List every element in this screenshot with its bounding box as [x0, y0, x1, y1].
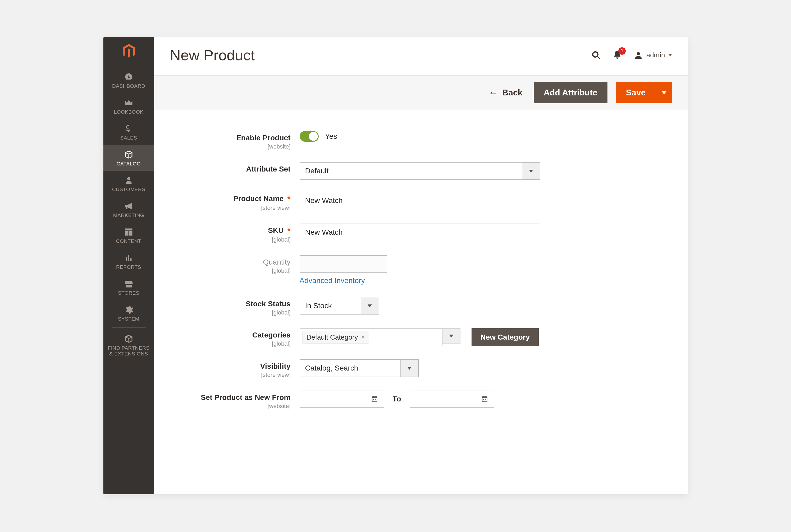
- field-label: Stock Status: [154, 300, 291, 308]
- sidebar-item-stores[interactable]: STORES: [104, 274, 154, 300]
- attribute-set-select[interactable]: Default: [300, 162, 540, 180]
- arrow-left-icon: ←: [489, 88, 498, 97]
- field-scope: [global]: [154, 267, 291, 274]
- chevron-down-icon: [400, 360, 418, 377]
- select-value: In Stock: [300, 297, 361, 314]
- save-button-group: Save: [616, 82, 672, 103]
- field-scope: [store view]: [154, 372, 291, 378]
- field-scope: [website]: [154, 403, 291, 410]
- user-menu-button[interactable]: admin: [633, 51, 672, 60]
- calendar-icon: [481, 395, 489, 403]
- sku-input[interactable]: [300, 224, 540, 241]
- sidebar-label: MARKETING: [113, 212, 144, 218]
- page-title: New Product: [170, 46, 255, 64]
- sidebar-label: REPORTS: [116, 264, 141, 270]
- notifications-button[interactable]: 1: [612, 50, 622, 60]
- sidebar-item-reports[interactable]: REPORTS: [104, 248, 154, 274]
- categories-multiselect[interactable]: Default Category ×: [300, 328, 442, 346]
- field-label: Quantity: [154, 258, 291, 266]
- field-label: Set Product as New From: [154, 393, 291, 402]
- sidebar-item-lookbook[interactable]: LOOKBOOK: [104, 93, 154, 119]
- back-button[interactable]: ← Back: [486, 84, 525, 101]
- sidebar-item-sales[interactable]: SALES: [104, 119, 154, 145]
- save-dropdown-toggle[interactable]: [656, 82, 672, 103]
- chevron-down-icon: [361, 297, 379, 314]
- new-category-button[interactable]: New Category: [472, 328, 539, 346]
- category-tag-label: Default Category: [307, 333, 358, 341]
- chevron-down-icon: [661, 91, 667, 94]
- field-label: Attribute Set: [154, 165, 291, 173]
- field-label: SKU: [268, 226, 283, 234]
- select-value: Catalog, Search: [300, 360, 400, 377]
- puzzle-icon: [124, 334, 133, 344]
- sidebar-item-customers[interactable]: CUSTOMERS: [104, 171, 154, 197]
- back-label: Back: [502, 88, 522, 97]
- field-scope: [global]: [154, 309, 291, 316]
- search-icon[interactable]: [591, 51, 601, 60]
- sidebar-label: LOOKBOOK: [114, 109, 144, 115]
- main-panel: New Product 1 admin ← Back Add Att: [154, 37, 688, 494]
- sidebar-item-catalog[interactable]: CATALOG: [104, 145, 154, 171]
- save-button[interactable]: Save: [616, 82, 656, 103]
- toggle-value-label: Yes: [325, 132, 337, 140]
- sidebar-label: STORES: [118, 290, 140, 296]
- visibility-select[interactable]: Catalog, Search: [300, 359, 419, 377]
- layout-icon: [124, 227, 133, 237]
- action-toolbar: ← Back Add Attribute Save: [154, 75, 688, 110]
- page-header: New Product 1 admin: [154, 37, 688, 75]
- sidebar-label: SALES: [120, 135, 137, 141]
- select-value: Default: [300, 163, 522, 179]
- user-label: admin: [646, 51, 665, 59]
- sidebar-label: CATALOG: [117, 161, 141, 167]
- sidebar-item-dashboard[interactable]: DASHBOARD: [104, 68, 154, 93]
- new-from-date-input[interactable]: [300, 391, 384, 407]
- to-label: To: [393, 395, 401, 403]
- field-scope: [global]: [154, 340, 291, 347]
- field-scope: [store view]: [154, 205, 291, 211]
- new-to-date-input[interactable]: [410, 391, 494, 407]
- crown-icon: [124, 98, 133, 108]
- field-scope: [global]: [154, 236, 291, 243]
- sidebar-label: FIND PARTNERS & EXTENSIONS: [108, 345, 150, 357]
- chevron-down-icon: [522, 163, 540, 179]
- add-attribute-button[interactable]: Add Attribute: [534, 82, 607, 103]
- product-name-input[interactable]: [300, 192, 540, 209]
- category-tag: Default Category ×: [302, 331, 369, 344]
- app-window: DASHBOARD LOOKBOOK SALES CATALOG CUSTOME…: [104, 37, 688, 494]
- required-indicator: *: [288, 226, 291, 235]
- sidebar-label: DASHBOARD: [112, 83, 145, 89]
- sidebar-item-content[interactable]: CONTENT: [104, 223, 154, 248]
- megaphone-icon: [124, 202, 133, 211]
- required-indicator: *: [288, 194, 291, 204]
- sidebar-item-system[interactable]: SYSTEM: [104, 300, 154, 326]
- chart-icon: [124, 253, 133, 263]
- sidebar-item-marketing[interactable]: MARKETING: [104, 197, 154, 223]
- box-icon: [124, 150, 133, 159]
- dollar-icon: [124, 124, 133, 133]
- remove-tag-icon[interactable]: ×: [361, 334, 365, 341]
- store-icon: [124, 279, 133, 289]
- enable-product-toggle[interactable]: [300, 131, 319, 142]
- field-label: Product Name: [234, 194, 284, 203]
- sidebar-label: CUSTOMERS: [112, 187, 145, 192]
- categories-dropdown-toggle[interactable]: [442, 328, 460, 344]
- sidebar-label: CONTENT: [116, 239, 141, 244]
- field-label: Categories: [154, 331, 291, 339]
- sidebar-label: SYSTEM: [118, 316, 140, 322]
- advanced-inventory-link[interactable]: Advanced Inventory: [300, 277, 365, 285]
- sidebar-item-partners[interactable]: FIND PARTNERS & EXTENSIONS: [104, 329, 154, 361]
- product-form: Enable Product [website] Yes Attribute S…: [154, 110, 688, 494]
- magento-logo[interactable]: [104, 37, 154, 65]
- stock-status-select[interactable]: In Stock: [300, 297, 379, 315]
- field-label: Enable Product: [154, 134, 291, 142]
- notifications-badge: 1: [618, 47, 626, 55]
- gauge-icon: [124, 72, 133, 82]
- gear-icon: [124, 305, 133, 315]
- user-icon: [633, 51, 643, 60]
- calendar-icon: [371, 395, 379, 403]
- sidebar: DASHBOARD LOOKBOOK SALES CATALOG CUSTOME…: [104, 37, 154, 494]
- sidebar-separator: [112, 327, 146, 328]
- chevron-down-icon: [668, 54, 672, 56]
- quantity-input[interactable]: [300, 255, 387, 273]
- field-label: Visibility: [154, 362, 291, 370]
